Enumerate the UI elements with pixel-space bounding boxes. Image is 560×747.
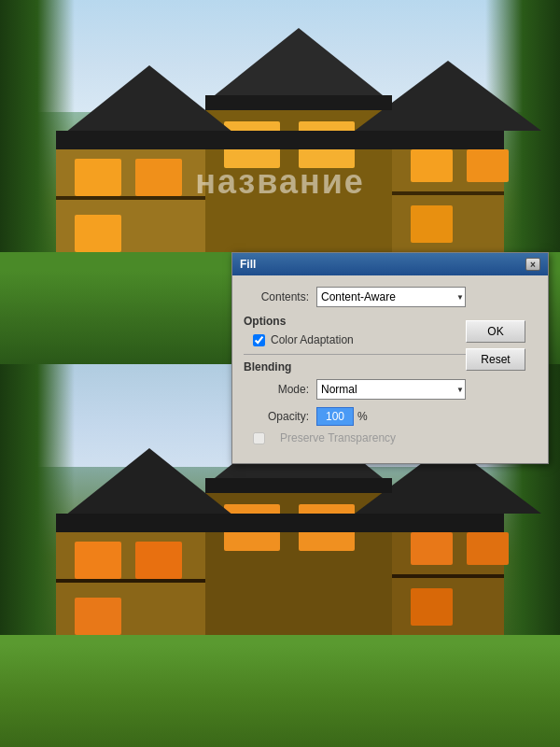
color-adaptation-row: Color Adaptation: [253, 333, 466, 346]
opacity-row: Opacity: %: [244, 407, 466, 426]
svg-rect-9: [467, 149, 509, 182]
svg-rect-34: [467, 532, 509, 565]
color-adaptation-label: Color Adaptation: [271, 333, 354, 346]
svg-rect-43: [392, 574, 504, 578]
svg-rect-18: [392, 191, 504, 195]
svg-rect-5: [135, 159, 182, 196]
svg-rect-33: [411, 532, 453, 565]
svg-marker-12: [205, 28, 392, 103]
main-area: Contents: Content-Aware Foreground Color…: [244, 287, 466, 444]
svg-rect-4: [75, 159, 121, 196]
svg-rect-16: [205, 95, 392, 110]
svg-rect-42: [56, 579, 205, 583]
mode-row: Mode: Normal Dissolve Multiply Screen Ov…: [244, 379, 466, 400]
svg-rect-29: [75, 542, 121, 579]
color-adaptation-checkbox[interactable]: [253, 334, 265, 346]
mode-select-wrapper: Normal Dissolve Multiply Screen Overlay …: [316, 379, 466, 400]
mode-label: Mode:: [244, 383, 309, 396]
buttons-column: OK Reset: [466, 320, 525, 371]
preserve-transparency-label: Preserve Transparency: [280, 431, 396, 444]
reset-button[interactable]: Reset: [466, 348, 525, 371]
opacity-label: Opacity:: [244, 410, 309, 423]
options-section-label: Options: [244, 315, 466, 328]
preserve-transparency-checkbox[interactable]: [253, 432, 265, 444]
contents-select[interactable]: Content-Aware Foreground Color Backgroun…: [316, 287, 466, 307]
mode-select[interactable]: Normal Dissolve Multiply Screen Overlay: [316, 379, 466, 400]
svg-rect-15: [56, 131, 504, 149]
opacity-input[interactable]: [316, 407, 354, 426]
watermark-top: название: [195, 162, 365, 202]
svg-rect-40: [56, 514, 504, 532]
contents-label: Contents:: [244, 290, 309, 303]
dialog-title: Fill: [240, 258, 256, 271]
svg-rect-30: [135, 542, 182, 579]
divider: [244, 354, 466, 355]
svg-rect-10: [75, 215, 121, 252]
opacity-percent: %: [357, 410, 368, 423]
dialog-titlebar: Fill ×: [232, 253, 548, 275]
svg-rect-36: [411, 588, 453, 626]
svg-rect-41: [205, 478, 392, 493]
contents-select-wrapper: Content-Aware Foreground Color Backgroun…: [316, 287, 466, 307]
blending-section-label: Blending: [244, 360, 466, 374]
dialog-close-button[interactable]: ×: [525, 258, 540, 271]
svg-rect-11: [411, 205, 453, 243]
svg-rect-35: [75, 598, 121, 635]
preserve-transparency-row: Preserve Transparency: [253, 431, 466, 444]
svg-rect-17: [56, 196, 205, 200]
svg-rect-8: [411, 149, 453, 182]
grass-bottom: [0, 644, 560, 747]
ok-button[interactable]: OK: [466, 320, 525, 343]
contents-row: Contents: Content-Aware Foreground Color…: [244, 287, 466, 307]
dialog-body: Contents: Content-Aware Foreground Color…: [232, 275, 548, 463]
dialog-content-area: Contents: Content-Aware Foreground Color…: [244, 287, 537, 444]
fill-dialog: Fill × Contents: Content-Aware Foregroun…: [231, 252, 549, 464]
